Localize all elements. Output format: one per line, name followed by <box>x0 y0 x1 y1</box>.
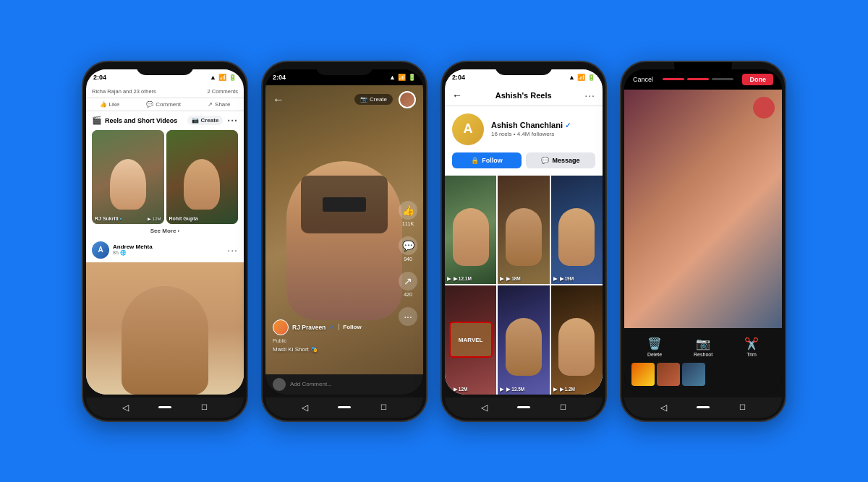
phone-2: 2:04 ▲ 📶 🔋 ← 📷 Create <box>261 61 427 422</box>
comment-placeholder[interactable]: Add Comment... <box>290 381 416 387</box>
like-icon: 👍 <box>100 101 107 108</box>
back-nav-3[interactable]: ◁ <box>481 403 488 413</box>
home-nav-2[interactable] <box>338 406 351 408</box>
thumb-2[interactable] <box>657 363 680 386</box>
recents-nav-icon[interactable]: ☐ <box>201 403 208 411</box>
more-engagement[interactable]: ··· <box>399 307 417 327</box>
screen-2: 2:04 ▲ 📶 🔋 ← 📷 Create <box>265 69 423 395</box>
camera-icon-2: 📷 <box>360 96 367 103</box>
reels-menu-dots[interactable]: ··· <box>227 115 238 126</box>
post-menu-dots[interactable]: ··· <box>227 244 238 256</box>
comment-button[interactable]: 💬 Comment <box>146 101 181 108</box>
public-tag-row: Public <box>273 338 391 343</box>
wifi-icon: 📶 <box>218 74 226 81</box>
cancel-button[interactable]: Cancel <box>633 76 653 83</box>
time-3: 2:04 <box>452 74 465 81</box>
status-icons-1: ▲ 📶 🔋 <box>210 74 237 81</box>
profile-info-section: A Ashish Chanchlani ✓ 16 reels • 4.4M fo… <box>445 106 603 152</box>
like-button[interactable]: 👍 Like <box>100 101 120 108</box>
author-name: Andrew Mehta <box>113 244 153 250</box>
status-icons-3: ▲ 📶 🔋 <box>569 74 595 81</box>
play-icon-g6: ▶ <box>553 387 557 392</box>
bottom-bar-2: ◁ ☐ <box>265 397 423 418</box>
notch-4 <box>674 62 732 75</box>
play-icon: ▶ <box>148 217 151 221</box>
create-button-1[interactable]: 📷 Create <box>187 116 223 125</box>
profile-page-title: Ashish's Reels <box>495 91 552 100</box>
profile-top-bar: ← Ashish's Reels ··· <box>445 85 603 106</box>
reel-views-3: ▶ ▶ 19M <box>553 276 574 282</box>
status-icons-2: ▲ 📶 🔋 <box>389 74 416 81</box>
thumb-1[interactable] <box>631 363 655 386</box>
comment-engagement[interactable]: 💬 940 <box>399 236 417 262</box>
action-bar[interactable]: 👍 Like 💬 Comment ↗ Share <box>86 98 244 111</box>
comments-count: 2 Comments <box>207 88 238 95</box>
author-avatar-2 <box>273 319 289 335</box>
home-nav-4[interactable] <box>697 406 710 408</box>
play-icon-g4: ▶ <box>447 387 451 392</box>
recents-nav-2[interactable]: ☐ <box>380 403 387 411</box>
reshoot-action[interactable]: 📷 Reshoot <box>694 337 712 357</box>
reel-grid-item-2[interactable]: ▶ ▶ 18M <box>498 176 549 285</box>
signal-icon-2: ▲ <box>389 74 396 81</box>
back-button-3[interactable]: ← <box>452 90 462 101</box>
reel-views-5: ▶ ▶ 13.5M <box>500 387 524 392</box>
screen-4: Cancel Done <box>624 69 782 395</box>
bottom-bar-4: ◁ ☐ <box>624 397 782 418</box>
back-nav-icon[interactable]: ◁ <box>122 403 129 413</box>
verified-icon-2: ✓ <box>329 323 335 331</box>
post-time: 8h 🌐 <box>113 250 153 256</box>
message-button[interactable]: 💬 Message <box>526 152 595 168</box>
see-more-button[interactable]: See More › <box>86 224 244 238</box>
share-button[interactable]: ↗ Share <box>208 101 230 108</box>
reel-thumb-2[interactable]: Rohit Gupta <box>166 130 239 224</box>
back-nav-2[interactable]: ◁ <box>302 403 308 413</box>
video-caption: Masti Ki Short 🎭 <box>273 346 391 353</box>
screen-3: 2:04 ▲ 📶 🔋 ← Ashish's Reels ··· A Ashish… <box>445 69 603 395</box>
reel-grid-item-3[interactable]: ▶ ▶ 19M <box>551 176 603 285</box>
back-nav-4[interactable]: ◁ <box>660 403 667 413</box>
phone-4: Cancel Done <box>620 61 786 422</box>
author-info: Andrew Mehta 8h 🌐 <box>113 244 153 256</box>
profile-name-row: Ashish Chanchlani ✓ <box>491 121 571 129</box>
delete-icon: 🗑️ <box>647 337 662 350</box>
reel-thumb-1[interactable]: RJ Sukriti • ▶ 12M <box>92 130 164 224</box>
delete-action[interactable]: 🗑️ Delete <box>647 337 662 357</box>
recents-nav-4[interactable]: ☐ <box>739 403 746 411</box>
profile-menu-dots[interactable]: ··· <box>584 90 595 101</box>
profile-avatar: A <box>452 113 484 145</box>
recents-nav-3[interactable]: ☐ <box>560 403 566 411</box>
post-author-bar: A Andrew Mehta 8h 🌐 ··· <box>86 238 244 262</box>
reel-grid-item-4[interactable]: MARVEL ▶ ▶ 12M <box>445 285 496 395</box>
home-nav-icon[interactable] <box>158 406 171 408</box>
edit-video-area <box>624 90 782 328</box>
back-button-2[interactable]: ← <box>273 93 284 106</box>
verified-badge-3: ✓ <box>565 121 571 129</box>
edit-actions-row: 🗑️ Delete 📷 Reshoot ✂️ Trim <box>624 334 782 360</box>
follow-link[interactable]: Follow <box>339 324 361 330</box>
like-icon-2: 👍 <box>399 201 417 220</box>
like-engagement[interactable]: 👍 111K <box>399 201 417 226</box>
trim-action[interactable]: ✂️ Trim <box>744 337 759 357</box>
share-icon: ↗ <box>208 101 213 108</box>
play-icon-g3: ▶ <box>553 276 557 282</box>
share-engagement[interactable]: ↗ 420 <box>399 272 417 297</box>
play-icon-g5: ▶ <box>500 387 503 392</box>
create-button-2[interactable]: 📷 Create <box>354 94 393 105</box>
done-button[interactable]: Done <box>742 74 773 85</box>
follow-button[interactable]: 🔒 Follow <box>452 152 522 168</box>
phone-3: 2:04 ▲ 📶 🔋 ← Ashish's Reels ··· A Ashish… <box>441 61 607 422</box>
reel-grid-item-1[interactable]: ▶ ▶ 12.1M <box>445 176 496 285</box>
thumb-3[interactable] <box>682 363 705 386</box>
user-avatar-2[interactable] <box>399 91 416 108</box>
author-avatar: A <box>92 241 109 259</box>
phones-container: 2:04 ▲ 📶 🔋 Richa Rajan and 23 others 2 C… <box>67 46 801 436</box>
reel-grid-item-6[interactable]: ▶ ▶ 1.2M <box>551 285 603 395</box>
reshoot-icon: 📷 <box>696 337 710 350</box>
engagement-sidebar: 👍 111K 💬 940 ↗ 420 ··· <box>399 201 417 327</box>
reel-grid-item-5[interactable]: ▶ ▶ 13.5M <box>498 285 549 395</box>
post-image <box>86 262 244 395</box>
camera-icon: 📷 <box>192 117 199 124</box>
home-nav-3[interactable] <box>517 406 530 408</box>
signal-icon: ▲ <box>210 74 216 81</box>
